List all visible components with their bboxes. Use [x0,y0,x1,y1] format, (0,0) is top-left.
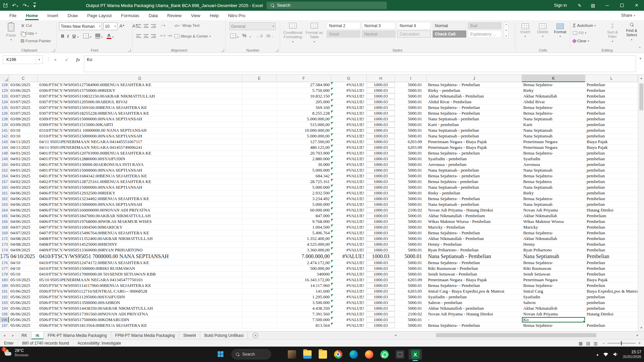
row-header-168[interactable]: 168 [0,225,9,230]
row-header-136[interactable]: 136 [0,111,9,116]
zoom-out-icon[interactable]: − [602,341,605,346]
cell[interactable]: Pembeliam [585,213,638,219]
cell[interactable]: Ryan Prihartono [522,247,585,253]
cell[interactable]: Pembelian [585,225,638,230]
cell[interactable]: 1000.03 [367,122,395,127]
cell[interactable] [242,247,277,253]
cell[interactable] [242,190,277,196]
align-top-icon[interactable] [136,24,141,28]
cell[interactable]: Nana Septiansah - pembelian [427,128,522,133]
cell[interactable]: 1000.03 [367,311,395,317]
alignment-dialog-launcher[interactable] [221,49,224,52]
cell[interactable]: 1000.03 [367,179,395,184]
cell[interactable]: #VALUE! [331,168,367,173]
accounting-format-icon[interactable] [230,34,236,38]
orientation-icon[interactable]: ⟋▾ [161,23,165,27]
cell[interactable]: Benua Sejahtera- [522,105,585,110]
cell[interactable]: 1000.03 [367,168,395,173]
cell[interactable]: Penerimaan Negara [522,277,585,283]
cell[interactable]: 05/10/2025 [9,277,38,283]
row-header-169[interactable]: 169 [0,230,9,236]
tab-help[interactable]: Help [205,11,223,20]
cell[interactable]: 0406/FTSCY/WS950515000000.00NANA SEPTIAN… [38,202,242,207]
cell[interactable]: Benua Sejahtera- - Pembelian [427,196,522,201]
cell[interactable]: 5000.01 [395,266,427,271]
cell[interactable]: 04/06/2025 [9,196,38,201]
cell[interactable]: 9.768.000 [277,219,331,224]
cell[interactable]: #VALUE! [331,323,367,328]
cell[interactable]: 0409/FTSCY/WS950513360000.00RYAN PRIHART… [38,247,242,253]
cell[interactable]: #VALUE! [331,128,367,133]
cell[interactable] [242,196,277,201]
cell[interactable]: Akbar Nikmatulloh [522,306,585,311]
delete-cells-button[interactable]: Delete▾ [535,23,551,38]
cell[interactable] [242,88,277,93]
cell[interactable] [242,236,277,241]
name-box-dropdown-icon[interactable]: ▼ [36,56,43,64]
cell[interactable]: #VALUE! [331,289,367,294]
column-header-I[interactable]: I [395,75,427,82]
cell[interactable]: 04/05/2025 [9,185,38,190]
style-good[interactable]: Good [327,31,360,38]
cell[interactable]: 1000.03 [367,294,395,300]
cell[interactable]: 0407/FTSCY/WS950511004500.00MARICKY [38,225,242,230]
cell[interactable]: 0408/FTSCY/WS950514525000.00HENNY [38,242,242,247]
cell[interactable]: 1000.03 [367,139,395,144]
cell[interactable]: 127.500,00 [277,139,331,144]
cell[interactable]: Riki Rusmawan [522,266,585,271]
cell[interactable]: Ryan Prihartono - Pembelian [427,247,522,253]
cell[interactable]: 05/06/2025 [9,300,38,305]
cell[interactable]: Rieky - pembelian [427,88,522,93]
row-header-154[interactable]: 154 [0,173,9,179]
cell[interactable]: #VALUE! [331,300,367,305]
cell[interactable] [242,272,277,277]
cell[interactable]: Pembelian [585,94,638,99]
cell[interactable]: Abdul Rivai - Pembelian [427,99,522,105]
number-format-select[interactable]: General▾ [229,22,276,30]
cell[interactable]: #VALUE! [331,105,367,110]
cell[interactable]: Maricky [522,225,585,230]
cell[interactable]: Novan Adi Priyatna [522,207,585,213]
cell[interactable]: Nana Septiansah - Pembelian [427,253,522,260]
font-dialog-launcher[interactable] [128,49,131,52]
style-calculation[interactable]: Calculation [397,31,431,38]
cell[interactable]: Rieky [522,88,585,93]
cell[interactable]: Pembelian [585,260,638,265]
cell[interactable]: 1000.03 [367,190,395,196]
cell[interactable]: 0307/FTSCY/WS950518255228.00BENUA SEJAHT… [38,111,242,116]
column-header-C[interactable]: C [9,75,38,82]
cell[interactable]: Sendi Setiawan - Pembelian [427,272,522,277]
cell[interactable]: #VALUE! [331,122,367,127]
cell[interactable]: #VALUE! [331,133,367,139]
cell[interactable]: Nana Septiansah - pembelian [427,133,522,139]
cell[interactable]: 4.525.000,00 [277,242,331,247]
cell[interactable]: 04/08/2025 [9,242,38,247]
cell[interactable]: 5000.01 [395,162,427,167]
percent-style-button[interactable]: % [242,33,246,38]
cell[interactable]: 04/07/2025 [9,230,38,236]
cell[interactable]: Benua Sejahtera- [522,173,585,179]
cell[interactable]: 0407/FTSCY/WS950515496764.00BENUA SEJAHT… [38,230,242,236]
cell[interactable]: 5000.01 [395,82,427,87]
cell[interactable] [242,323,277,328]
cell[interactable]: #VALUE! [331,179,367,184]
cell[interactable]: 5000.01 [395,88,427,93]
cell[interactable]: Sendi Setiawan [522,272,585,277]
cell[interactable] [242,207,277,213]
sheet-tab-fpk-pt-warna-media-packaging[interactable]: FPK-PT Warna Media Packaging [44,331,111,339]
cell[interactable]: - [427,317,522,322]
tab-file[interactable]: File [5,11,21,20]
cell[interactable]: 03/06/2025 [9,82,38,87]
cell[interactable]: 1000.03 [367,236,395,241]
row-header-172[interactable]: 172 [0,236,9,241]
cut-button[interactable]: Cut [21,23,32,27]
sheet-tab-rk[interactable]: RK [17,331,32,339]
cell[interactable] [242,111,277,116]
tab-review[interactable]: Review [163,11,186,20]
cell[interactable]: #VALUE! [331,99,367,105]
cell[interactable]: 04/06/2025 [9,213,38,219]
italic-button[interactable]: I [67,34,69,39]
cell[interactable]: 0506/FTSCY/WS950517391560.00NOVAN ADI PR… [38,311,242,317]
cell[interactable]: 0406/FTSCY/WS950519768000.00WIKAS MAKMUR… [38,219,242,224]
cell[interactable]: 1.004.500 [277,225,331,230]
